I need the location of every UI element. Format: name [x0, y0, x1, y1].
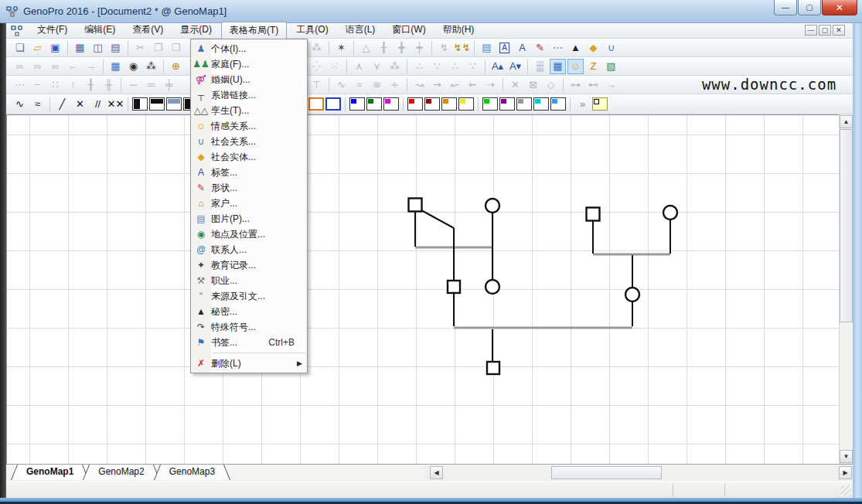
relation-arrow4-button[interactable]: ⇜ — [465, 77, 481, 93]
menu-item-occupation[interactable]: ⚒ 职业... — [191, 273, 307, 288]
relation-zigzag4-button[interactable]: ∻ — [387, 77, 403, 93]
relation-arrow1-button[interactable]: ↝ — [411, 77, 428, 93]
tree-layout2-button[interactable]: ⁙ — [326, 59, 342, 74]
menu-item-social-relationship[interactable]: ∪ 社会关系... — [191, 134, 307, 149]
font-decrease-button[interactable]: A▾ — [507, 59, 523, 74]
line-dots2-button[interactable]: ∷ — [47, 77, 63, 93]
find-button[interactable]: ◉ — [125, 59, 141, 74]
relation-boxed-button[interactable]: ⊠ — [525, 77, 541, 93]
menu-language[interactable]: 语言(L) — [338, 22, 383, 39]
close-button[interactable]: ✕ — [822, 0, 857, 15]
tab-genomap2[interactable]: GenoMap2 — [86, 465, 156, 480]
copy-button[interactable]: ❐ — [150, 40, 166, 56]
insert-entity-button[interactable]: ◆ — [585, 40, 601, 56]
hyperlink3-button[interactable]: ∞ — [47, 59, 63, 74]
zoom-in-button[interactable]: ⊕ — [168, 59, 184, 74]
hyperlink2-button[interactable]: ∞ — [29, 59, 46, 74]
strike-double-slash-button[interactable]: // — [90, 97, 106, 112]
relation-zigzag2-button[interactable]: ≈ — [351, 77, 367, 93]
color-orange-button[interactable] — [441, 97, 457, 111]
menu-window[interactable]: 窗口(W) — [384, 22, 433, 39]
new-button[interactable]: ❏ — [12, 40, 28, 56]
vertical-scrollbar[interactable]: ▲ ▼ — [839, 115, 852, 463]
relation-plain-arrow-button[interactable]: → — [603, 77, 619, 93]
menu-item-family[interactable]: ♟♟ 家庭(F)... — [191, 56, 307, 72]
relation-zigzag1-button[interactable]: ∿ — [333, 77, 349, 93]
genogram-male-square[interactable] — [409, 199, 422, 212]
line-dotted-button[interactable]: ⋯ — [12, 77, 28, 93]
fill-half-top-blue-button[interactable] — [166, 97, 182, 111]
scroll-left-button[interactable]: ◀ — [430, 466, 443, 479]
hyperlink1-button[interactable]: ∞ — [12, 59, 28, 74]
genogram-female-circle[interactable] — [625, 288, 639, 301]
genogram-male-square[interactable] — [587, 208, 600, 221]
page-setup-button[interactable]: ▦ — [72, 40, 88, 56]
pedigree-link-tool-button[interactable]: △ — [358, 40, 374, 56]
auto-arrange-wand-button[interactable]: ✶ — [333, 40, 349, 56]
genogram-link-line[interactable] — [421, 210, 454, 228]
mdi-minimize-button[interactable]: — — [805, 25, 817, 36]
border-color-blue-button[interactable] — [325, 97, 341, 111]
color-light-blue-button[interactable] — [550, 97, 566, 111]
color-purple-button[interactable] — [499, 97, 515, 111]
open-button[interactable]: ▱ — [29, 40, 46, 56]
scroll-down-button[interactable]: ▼ — [840, 450, 853, 463]
paste-button[interactable]: ❒ — [168, 40, 184, 56]
genogram-female-circle[interactable] — [486, 199, 499, 213]
menu-item-education[interactable]: ✦ 教育记录... — [191, 257, 307, 273]
show-ancestors-button[interactable]: ⋏ — [351, 59, 367, 74]
color-bright-green-button[interactable] — [482, 97, 498, 111]
show-emotions-button[interactable]: ☺ — [567, 59, 584, 74]
insert-shape-button[interactable]: ✎ — [532, 40, 548, 56]
genogram-male-square[interactable] — [448, 281, 460, 293]
insert-boxed-label-button[interactable]: A — [496, 40, 513, 56]
relation-diamond-button[interactable]: ◇ — [543, 77, 559, 93]
horizontal-scrollbar[interactable]: ◀ ▶ — [424, 465, 853, 480]
menu-item-label[interactable]: A 标签... — [191, 165, 307, 180]
relation-arrow-dashed-button[interactable]: ⇢ — [482, 77, 499, 93]
vertical-scroll-thumb[interactable] — [840, 129, 853, 322]
line-double-button[interactable]: ═ — [143, 77, 159, 93]
print-button[interactable]: ▤ — [107, 40, 124, 56]
menu-item-emotional-relationship[interactable]: ☺ 情感关系... — [191, 118, 307, 134]
strike-double-cross-button[interactable]: ✕✕ — [107, 97, 124, 112]
forward-button[interactable]: → — [83, 59, 99, 74]
line-dots3-button[interactable]: ⁝ — [65, 77, 81, 93]
genetic-links-button[interactable]: ↯↯ — [454, 40, 470, 56]
snap-dots-button[interactable]: ▒ — [532, 59, 548, 74]
tree-layout1-button[interactable]: ⁛ — [308, 59, 325, 74]
export-picture-button[interactable]: ▧ — [603, 59, 619, 74]
more-colors-button[interactable]: » — [574, 97, 591, 112]
relation-circles-arrow-button[interactable]: ⊷ — [585, 77, 601, 93]
relation-circle-arrow-button[interactable]: ⊶ — [567, 77, 584, 93]
menu-item-bookmark[interactable]: ⚑ 书签... Ctrl+B — [191, 335, 307, 350]
insert-line-button[interactable]: ⋯ — [550, 40, 566, 56]
menu-tools[interactable]: 工具(O) — [288, 22, 336, 39]
print-preview-button[interactable]: ◫ — [90, 40, 106, 56]
show-both-button[interactable]: ⁂ — [387, 59, 403, 74]
menu-item-shape[interactable]: ✎ 形状... — [191, 180, 307, 196]
border-color-orange-button[interactable] — [308, 97, 324, 111]
font-increase-button[interactable]: A▴ — [489, 59, 506, 74]
insert-secret-button[interactable]: ▲ — [567, 40, 584, 56]
fill-half-left-button[interactable] — [132, 97, 148, 111]
menu-item-contacts[interactable]: @ 联系人... — [191, 242, 307, 257]
show-descendants-button[interactable]: ⋎ — [369, 59, 385, 74]
subtree4-button[interactable]: ∵ — [465, 59, 481, 74]
line-hash-button[interactable]: ╪ — [161, 77, 177, 93]
color-magenta-button[interactable] — [383, 97, 399, 111]
resize-grip[interactable] — [840, 485, 851, 496]
menu-display[interactable]: 显示(D) — [172, 22, 220, 39]
genogram-female-circle[interactable] — [663, 206, 677, 220]
horizontal-scroll-thumb[interactable] — [551, 466, 662, 479]
color-cyan-button[interactable] — [533, 97, 549, 111]
menu-item-household[interactable]: ⌂ 家户... — [191, 196, 307, 211]
menu-view[interactable]: 查看(V) — [124, 22, 171, 39]
insert-label-button[interactable]: A — [514, 40, 530, 56]
color-red-button[interactable] — [407, 97, 423, 111]
menu-item-individual[interactable]: ♟ 个体(I)... — [191, 41, 307, 56]
insert-picture-button[interactable]: ▤ — [479, 40, 495, 56]
mdi-close-button[interactable]: ✕ — [833, 25, 845, 36]
color-maroon-button[interactable] — [424, 97, 440, 111]
menu-item-secret[interactable]: ▲ 秘密... — [191, 304, 307, 319]
